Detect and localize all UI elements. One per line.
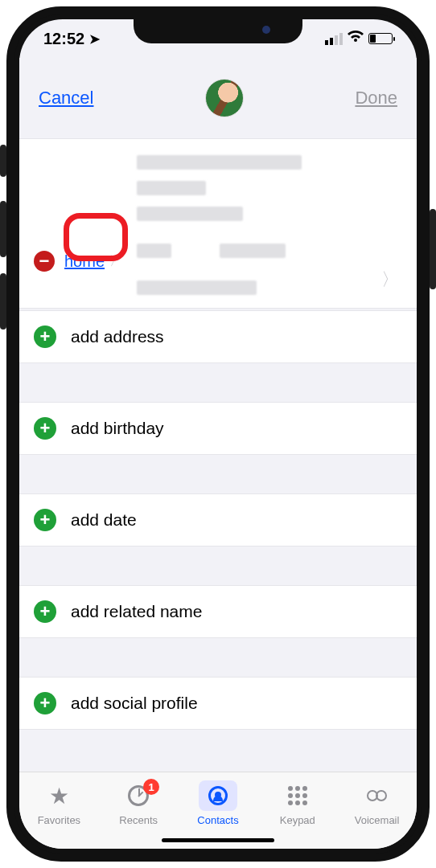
tab-bar: ★ Favorites 1 Recents Contacts Keypad Vo… xyxy=(19,772,417,849)
phone-volume-down-button xyxy=(0,273,6,330)
phone-volume-up-button xyxy=(0,201,6,257)
add-date-row[interactable]: + add date xyxy=(19,493,417,547)
tab-recents[interactable]: 1 Recents xyxy=(106,780,171,826)
address-street-field[interactable] xyxy=(137,155,302,170)
address-label-picker[interactable]: home xyxy=(64,252,105,271)
add-address-row[interactable]: + add address xyxy=(19,310,417,363)
delete-address-button[interactable]: − xyxy=(34,251,55,272)
home-indicator[interactable] xyxy=(162,838,274,842)
battery-icon xyxy=(368,33,393,44)
done-button[interactable]: Done xyxy=(355,88,397,108)
plus-icon: + xyxy=(34,600,56,623)
cellular-signal-icon xyxy=(325,33,343,45)
cancel-button[interactable]: Cancel xyxy=(39,88,93,108)
address-section: − home 〉 xyxy=(19,138,417,309)
tab-voicemail[interactable]: Voicemail xyxy=(345,780,409,826)
address-zip-field[interactable] xyxy=(220,244,286,258)
phone-notch xyxy=(134,14,302,43)
tab-recents-label: Recents xyxy=(119,814,158,826)
add-date-label: add date xyxy=(71,510,137,530)
address-country-field[interactable] xyxy=(137,280,256,295)
edit-contact-form: − home 〉 xyxy=(19,138,417,772)
tab-contacts[interactable]: Contacts xyxy=(186,780,250,826)
contact-icon xyxy=(208,786,228,805)
add-related-name-label: add related name xyxy=(71,602,202,621)
plus-icon: + xyxy=(34,326,56,348)
tab-favorites[interactable]: ★ Favorites xyxy=(27,780,91,826)
plus-icon: + xyxy=(34,692,56,714)
location-services-icon: ➤ xyxy=(89,31,100,47)
address-state-field[interactable] xyxy=(137,244,171,258)
tab-keypad[interactable]: Keypad xyxy=(265,780,330,826)
edit-contact-header: Cancel Done xyxy=(19,58,417,138)
chevron-right-icon: 〉 xyxy=(109,253,122,270)
contact-avatar[interactable] xyxy=(205,79,244,117)
add-social-profile-row[interactable]: + add social profile xyxy=(19,677,417,730)
chevron-right-icon: 〉 xyxy=(381,268,399,292)
phone-screen: 12:52 ➤ Cancel Done xyxy=(19,19,417,849)
add-address-label: add address xyxy=(71,327,164,346)
plus-icon: + xyxy=(34,509,56,531)
address-street2-field[interactable] xyxy=(137,181,206,195)
tab-contacts-label: Contacts xyxy=(197,814,238,826)
phone-power-button xyxy=(430,209,436,289)
add-birthday-row[interactable]: + add birthday xyxy=(19,402,417,455)
address-city-field[interactable] xyxy=(137,207,243,221)
tab-keypad-label: Keypad xyxy=(280,814,315,826)
tab-favorites-label: Favorites xyxy=(38,814,80,826)
add-birthday-label: add birthday xyxy=(71,419,164,438)
status-time: 12:52 xyxy=(43,30,84,48)
add-related-name-row[interactable]: + add related name xyxy=(19,585,417,638)
plus-icon: + xyxy=(34,417,56,440)
phone-side-button xyxy=(0,145,6,177)
phone-frame: 12:52 ➤ Cancel Done xyxy=(6,6,430,862)
wifi-icon xyxy=(348,31,364,47)
keypad-icon xyxy=(288,786,307,805)
add-social-profile-label: add social profile xyxy=(71,694,198,713)
tab-voicemail-label: Voicemail xyxy=(355,814,400,826)
star-icon: ★ xyxy=(49,783,69,809)
voicemail-icon xyxy=(367,790,387,801)
